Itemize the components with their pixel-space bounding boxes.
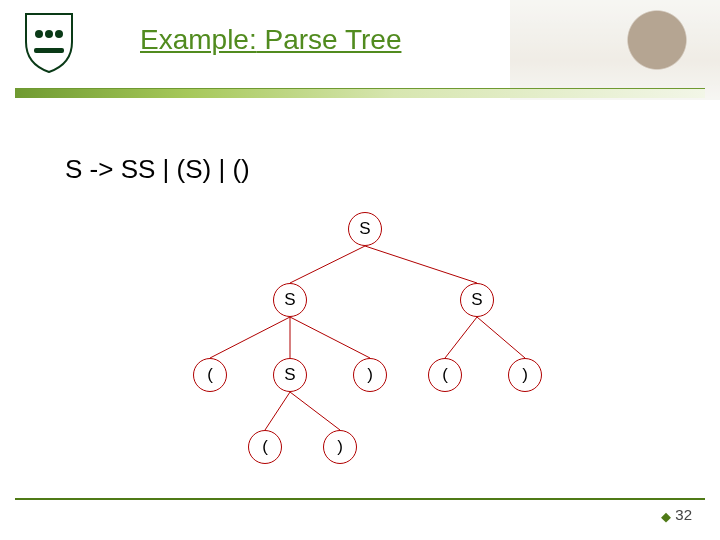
page-number: 32	[675, 506, 692, 523]
footer-divider	[15, 498, 705, 500]
slide: Example: Parse Tree S -> SS | (S) | () S…	[0, 0, 720, 540]
svg-line-12	[290, 392, 340, 430]
slide-number: ◆32	[661, 506, 692, 524]
svg-line-4	[290, 246, 365, 283]
tree-node-lp3: (	[248, 430, 282, 464]
bullet-icon: ◆	[661, 509, 671, 524]
parse-tree-diagram: SSS(S)()()	[0, 0, 720, 540]
tree-node-sL: S	[273, 283, 307, 317]
svg-line-6	[210, 317, 290, 358]
svg-line-8	[290, 317, 370, 358]
svg-line-10	[477, 317, 525, 358]
tree-node-rp1: )	[353, 358, 387, 392]
parse-tree-edges	[0, 0, 720, 540]
tree-node-sM: S	[273, 358, 307, 392]
tree-node-lp1: (	[193, 358, 227, 392]
tree-node-lp2: (	[428, 358, 462, 392]
tree-node-root: S	[348, 212, 382, 246]
tree-node-rp3: )	[323, 430, 357, 464]
tree-node-rp2: )	[508, 358, 542, 392]
svg-line-11	[265, 392, 290, 430]
tree-node-sR: S	[460, 283, 494, 317]
svg-line-9	[445, 317, 477, 358]
svg-line-5	[365, 246, 477, 283]
